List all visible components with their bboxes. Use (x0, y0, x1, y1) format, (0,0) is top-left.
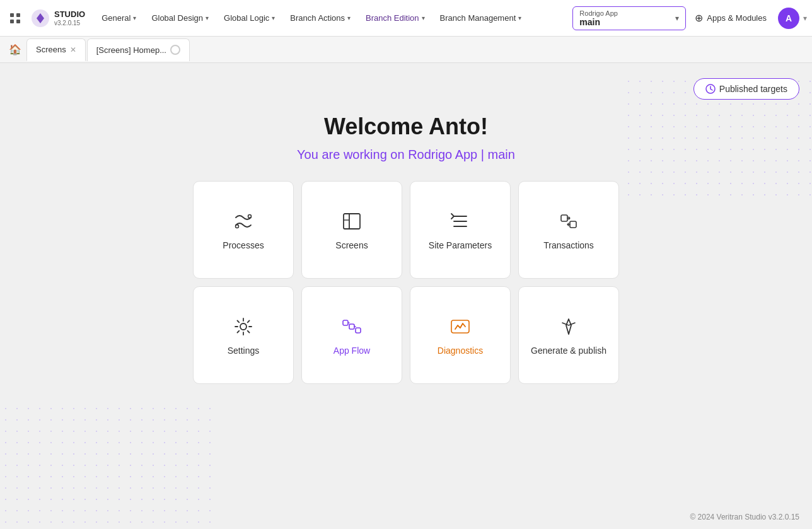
svg-rect-12 (570, 221, 576, 228)
svg-rect-16 (356, 328, 361, 333)
app-name: STUDIO (54, 9, 85, 20)
chevron-down-icon: ▾ (422, 15, 425, 21)
transactions-icon (557, 210, 580, 233)
chevron-down-icon: ▾ (206, 15, 209, 21)
footer: © 2024 Veritran Studio v3.2.0.15 (690, 513, 799, 521)
decorative-dots-left (0, 403, 214, 529)
published-targets-button[interactable]: Published targets (693, 78, 799, 100)
main-content: Published targets Welcome Anto! You are … (0, 63, 812, 529)
svg-point-6 (248, 214, 252, 218)
home-icon[interactable]: 🏠 (5, 40, 25, 60)
svg-rect-0 (10, 13, 14, 17)
svg-rect-2 (10, 20, 14, 23)
card-generate-publish[interactable]: Generate & publish (518, 286, 619, 384)
cards-grid: Processes Screens Site Parameters (193, 181, 619, 384)
card-processes[interactable]: Processes (193, 181, 294, 279)
chevron-down-icon: ▾ (675, 14, 679, 23)
diagnostics-icon (449, 315, 472, 338)
welcome-section: Welcome Anto! You are working on Rodrigo… (0, 63, 812, 162)
nav-branch-actions[interactable]: Branch Actions ▾ (284, 9, 357, 26)
svg-rect-11 (561, 215, 567, 221)
close-icon[interactable]: ✕ (70, 45, 76, 54)
card-site-parameters[interactable]: Site Parameters (410, 181, 511, 279)
svg-rect-3 (16, 20, 20, 23)
branch-app-name: Rodrigo App (579, 9, 670, 17)
clock-icon (705, 84, 716, 94)
tab-screens[interactable]: Screens ✕ (26, 38, 86, 61)
settings-icon (232, 315, 255, 338)
app-version: v3.2.0.15 (54, 20, 85, 26)
svg-point-7 (236, 224, 239, 228)
svg-rect-14 (343, 320, 348, 325)
svg-rect-1 (16, 13, 20, 17)
nav-branch-edition[interactable]: Branch Edition ▾ (359, 9, 431, 26)
screens-icon (340, 210, 363, 233)
loading-indicator (170, 45, 180, 55)
svg-rect-8 (344, 214, 360, 229)
user-menu-chevron[interactable]: ▾ (803, 14, 807, 23)
svg-rect-15 (349, 324, 354, 329)
user-avatar[interactable]: A (778, 8, 799, 29)
card-diagnostics[interactable]: Diagnostics (410, 286, 511, 384)
apps-modules-button[interactable]: ⊕ Apps & Modules (688, 8, 773, 28)
nav-global-logic[interactable]: Global Logic ▾ (218, 9, 281, 26)
card-settings[interactable]: Settings (193, 286, 294, 384)
nav-global-design[interactable]: Global Design ▾ (145, 9, 215, 26)
branch-name: main (579, 17, 670, 27)
card-transactions[interactable]: Transactions (518, 181, 619, 279)
top-navigation: STUDIO v3.2.0.15 General ▾ Global Design… (0, 0, 812, 37)
tab-screens-home[interactable]: [Screens] Homep... (87, 38, 190, 61)
card-screens[interactable]: Screens (301, 181, 402, 279)
welcome-subtitle: You are working on Rodrigo App | main (297, 148, 515, 162)
app-flow-icon (340, 315, 363, 338)
generate-publish-icon (557, 315, 580, 338)
nav-general[interactable]: General ▾ (95, 9, 142, 26)
site-parameters-icon (449, 210, 472, 233)
chevron-down-icon: ▾ (133, 15, 136, 21)
logo: STUDIO v3.2.0.15 (30, 8, 85, 28)
processes-icon (232, 210, 255, 233)
chevron-down-icon: ▾ (347, 15, 351, 21)
svg-rect-17 (451, 320, 469, 333)
svg-point-13 (240, 323, 246, 330)
card-app-flow[interactable]: App Flow (301, 286, 402, 384)
branch-selector[interactable]: Rodrigo App main ▾ (572, 6, 686, 30)
tab-bar: 🏠 Screens ✕ [Screens] Homep... (0, 37, 812, 63)
chevron-down-icon: ▾ (272, 15, 275, 21)
grid-icon[interactable] (5, 8, 25, 28)
chevron-down-icon: ▾ (518, 15, 521, 21)
welcome-title: Welcome Anto! (324, 113, 488, 140)
nav-branch-management[interactable]: Branch Management ▾ (434, 9, 528, 26)
